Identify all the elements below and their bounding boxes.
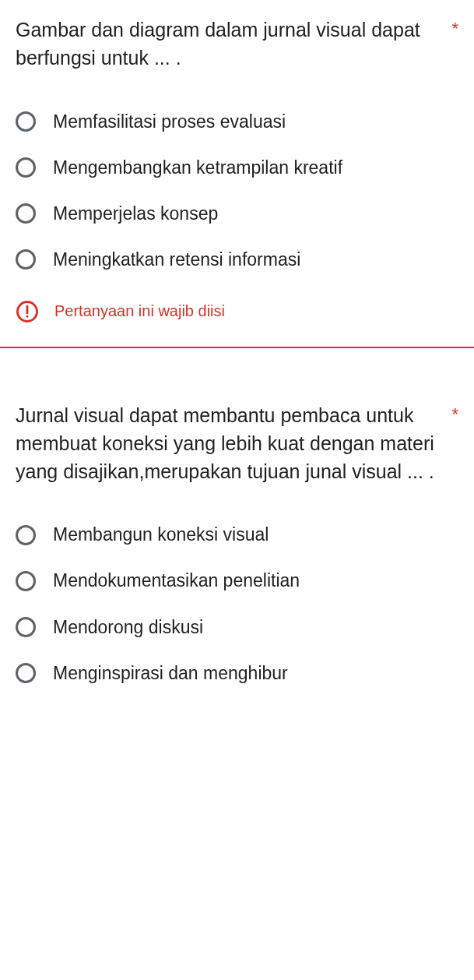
svg-point-2 — [26, 316, 29, 318]
alert-icon — [16, 300, 39, 323]
option-2-1[interactable]: Membangun koneksi visual — [16, 512, 458, 558]
options-group-2: Membangun koneksi visual Mendokumentasik… — [16, 512, 458, 696]
radio-icon — [16, 663, 36, 683]
option-2-4[interactable]: Menginspirasi dan menghibur — [16, 650, 458, 696]
option-2-3[interactable]: Mendorong diskusi — [16, 605, 458, 650]
option-1-2[interactable]: Mengembangkan ketrampilan kreatif — [16, 145, 458, 191]
question-card-2: Jurnal visual dapat membantu pembaca unt… — [0, 354, 474, 715]
radio-icon — [16, 157, 36, 178]
option-label: Menginspirasi dan menghibur — [53, 661, 288, 686]
question-card-1: Gambar dan diagram dalam jurnal visual d… — [0, 0, 474, 348]
radio-icon — [16, 111, 36, 132]
error-row: Pertanyaan ini wajib diisi — [16, 300, 458, 328]
option-1-3[interactable]: Memperjelas konsep — [16, 191, 458, 237]
option-label: Membangun koneksi visual — [53, 523, 269, 547]
option-label: Mendorong diskusi — [53, 615, 203, 640]
question-title: Jurnal visual dapat membantu pembaca unt… — [16, 401, 442, 486]
option-2-2[interactable]: Mendokumentasikan penelitian — [16, 558, 458, 604]
options-group-1: Memfasilitasi proses evaluasi Mengembang… — [16, 99, 458, 283]
radio-icon — [16, 617, 36, 637]
option-1-4[interactable]: Meningkatkan retensi informasi — [16, 237, 458, 283]
radio-icon — [16, 249, 36, 270]
option-label: Meningkatkan retensi informasi — [53, 248, 300, 272]
question-title: Gambar dan diagram dalam jurnal visual d… — [16, 16, 442, 72]
option-label: Memfasilitasi proses evaluasi — [53, 110, 286, 134]
radio-icon — [16, 525, 36, 545]
option-label: Mendokumentasikan penelitian — [53, 569, 300, 593]
option-label: Mengembangkan ketrampilan kreatif — [53, 156, 342, 180]
question-title-row: Jurnal visual dapat membantu pembaca unt… — [16, 401, 458, 486]
required-marker: * — [451, 16, 458, 39]
error-text: Pertanyaan ini wajib diisi — [54, 302, 225, 320]
option-label: Memperjelas konsep — [53, 202, 218, 226]
question-title-row: Gambar dan diagram dalam jurnal visual d… — [16, 16, 458, 72]
radio-icon — [16, 203, 36, 224]
required-marker: * — [451, 401, 458, 425]
radio-icon — [16, 571, 36, 591]
option-1-1[interactable]: Memfasilitasi proses evaluasi — [16, 99, 458, 145]
